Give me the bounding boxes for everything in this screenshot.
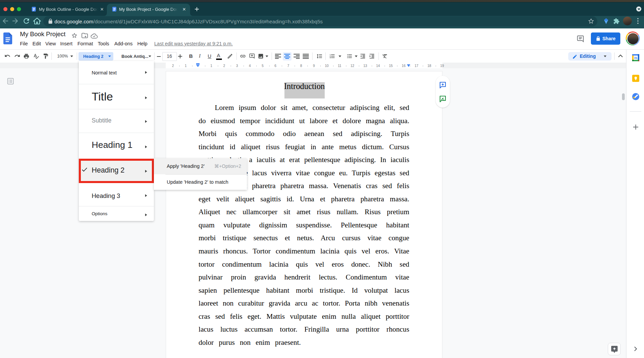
svg-text:31: 31 [634,56,638,60]
